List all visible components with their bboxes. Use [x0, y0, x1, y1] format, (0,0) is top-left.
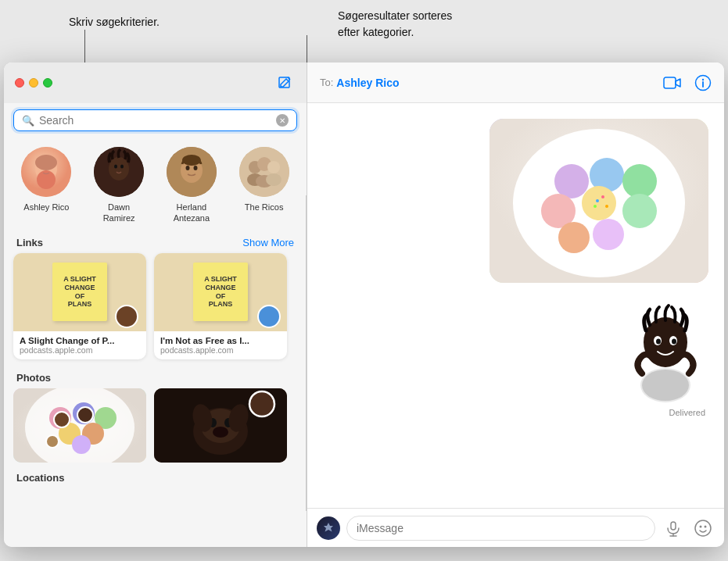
svg-point-51 — [622, 164, 657, 198]
link-card-1-image: A SLIGHTCHANGEOFPLANS — [13, 253, 146, 331]
titlebar — [4, 63, 307, 103]
photo-macarons[interactable] — [13, 388, 146, 463]
svg-point-9 — [114, 165, 117, 169]
svg-point-42 — [249, 391, 274, 416]
svg-point-15 — [182, 155, 201, 166]
link-card-2[interactable]: A SLIGHTCHANGEOFPLANS I'm Not as Free as… — [154, 253, 287, 359]
svg-point-32 — [77, 407, 93, 423]
svg-point-16 — [239, 147, 289, 197]
svg-point-30 — [72, 435, 91, 454]
contact-dawn-ramirez-name: DawnRamirez — [103, 202, 135, 224]
photos-title: Photos — [16, 372, 51, 384]
info-button[interactable] — [694, 74, 712, 91]
search-bar[interactable]: 🔍 ✕ — [13, 109, 297, 131]
contacts-row: Ashley Rico — [4, 138, 307, 234]
podcast-avatar-2 — [257, 305, 281, 328]
locations-section-header: Locations — [4, 470, 307, 487]
facetime-button[interactable] — [663, 76, 682, 90]
traffic-lights — [15, 78, 52, 88]
link-title-1: A Slight Change of P... — [20, 336, 140, 345]
clear-search-button[interactable]: ✕ — [276, 114, 289, 127]
delivered-status: Delivered — [669, 408, 705, 417]
emoji-button[interactable] — [691, 516, 715, 540]
link-card-2-image: A SLIGHTCHANGEOFPLANS — [154, 253, 287, 331]
svg-point-39 — [213, 427, 228, 438]
svg-point-72 — [700, 525, 702, 527]
svg-point-8 — [109, 157, 129, 180]
app-window: 🔍 ✕ — [4, 63, 724, 547]
close-button[interactable] — [15, 78, 24, 88]
svg-point-3 — [37, 170, 56, 189]
sidebar: 🔍 ✕ — [4, 63, 307, 547]
photo-dog[interactable] — [154, 388, 287, 463]
svg-point-54 — [622, 194, 657, 228]
svg-point-56 — [593, 219, 624, 250]
contact-herland-antezana-name: HerlandAntezana — [174, 202, 210, 224]
chat-image-macarons — [490, 119, 708, 283]
svg-point-31 — [54, 412, 70, 427]
svg-point-71 — [695, 520, 711, 536]
svg-point-46 — [702, 78, 704, 80]
minimize-button[interactable] — [29, 78, 38, 88]
svg-point-49 — [554, 164, 589, 198]
contact-herland-antezana[interactable]: HerlandAntezana — [161, 147, 222, 224]
svg-point-67 — [642, 370, 689, 401]
contact-the-ricos[interactable]: The Ricos — [234, 147, 295, 224]
svg-point-19 — [267, 161, 280, 173]
appstore-button[interactable] — [317, 516, 340, 540]
memoji-message: Delivered — [622, 295, 708, 417]
links-title: Links — [16, 237, 43, 248]
svg-point-55 — [558, 222, 590, 253]
svg-point-60 — [594, 205, 597, 208]
link-title-2: I'm Not as Free as I... — [160, 336, 281, 345]
svg-point-57 — [601, 195, 604, 198]
link-domain-2: podcasts.apple.com — [160, 345, 281, 355]
sidebar-divider — [306, 195, 307, 511]
links-section-header: Links Show More — [4, 234, 307, 253]
svg-rect-68 — [671, 522, 676, 530]
link-info-1: A Slight Change of P... podcasts.apple.c… — [13, 331, 146, 359]
message-input[interactable] — [346, 516, 655, 541]
svg-point-14 — [193, 166, 197, 170]
chat-header: To: Ashley Rico — [307, 63, 724, 103]
svg-point-6 — [35, 155, 57, 170]
link-card-1[interactable]: A SLIGHTCHANGEOFPLANS A Slight Change of… — [13, 253, 146, 359]
photos-section-header: Photos — [4, 369, 307, 388]
chat-panel: To: Ashley Rico — [307, 63, 724, 547]
podcast-note-1: A SLIGHTCHANGEOFPLANS — [52, 263, 107, 321]
podcast-cover-2: A SLIGHTCHANGEOFPLANS — [154, 253, 287, 331]
audio-record-button[interactable] — [662, 516, 685, 540]
search-input[interactable] — [39, 114, 271, 127]
chat-to-label: To: — [320, 77, 333, 88]
contact-dawn-ramirez[interactable]: DawnRamirez — [88, 147, 149, 224]
svg-point-65 — [656, 339, 661, 345]
podcast-note-2: A SLIGHTCHANGEOFPLANS — [193, 263, 248, 321]
links-grid: A SLIGHTCHANGEOFPLANS A Slight Change of… — [4, 253, 307, 369]
photos-grid — [4, 388, 307, 470]
svg-point-33 — [46, 435, 59, 448]
links-show-more[interactable]: Show More — [242, 237, 294, 248]
maximize-button[interactable] — [43, 78, 52, 88]
contact-ashley-rico[interactable]: Ashley Rico — [16, 147, 77, 224]
chat-input-bar — [307, 508, 724, 547]
memoji-figure — [622, 295, 708, 405]
svg-point-66 — [672, 339, 676, 345]
svg-point-58 — [596, 199, 599, 202]
search-icon: 🔍 — [22, 115, 34, 127]
annotation-right: Søgeresultater sorteresefter kategorier. — [338, 8, 452, 41]
annotation-left: Skriv søgekriterier. — [69, 14, 160, 30]
compose-button[interactable] — [274, 72, 296, 94]
contact-ashley-rico-name: Ashley Rico — [23, 202, 69, 213]
svg-point-22 — [266, 173, 282, 186]
locations-title: Locations — [16, 472, 64, 484]
chat-recipient-name[interactable]: Ashley Rico — [336, 77, 399, 89]
svg-point-73 — [705, 525, 707, 527]
svg-point-10 — [120, 165, 124, 169]
contact-the-ricos-name: The Ricos — [245, 202, 284, 213]
podcast-cover-1: A SLIGHTCHANGEOFPLANS — [13, 253, 146, 331]
svg-point-59 — [605, 205, 608, 208]
chat-body: Delivered — [307, 103, 724, 508]
link-domain-1: podcasts.apple.com — [20, 345, 140, 355]
svg-rect-43 — [664, 77, 676, 88]
svg-point-13 — [185, 166, 189, 170]
